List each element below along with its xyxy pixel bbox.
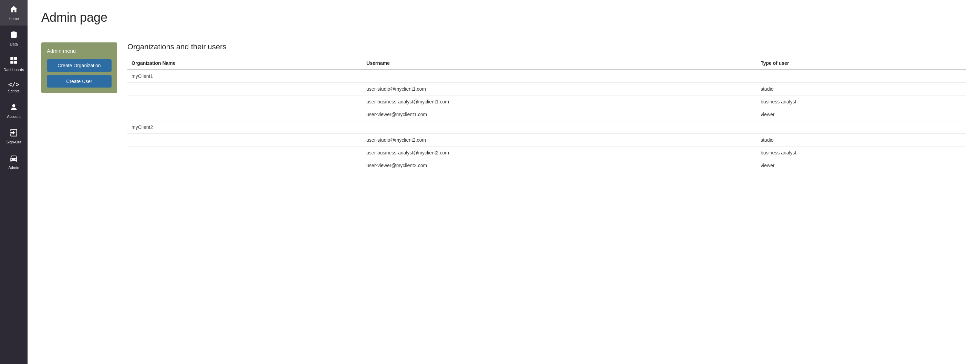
svg-rect-4 bbox=[14, 61, 17, 64]
sidebar-item-scripts-label: Scripts bbox=[8, 89, 20, 93]
admin-menu-title: Admin menu bbox=[47, 48, 111, 54]
cell-username bbox=[362, 70, 757, 83]
title-divider bbox=[41, 32, 966, 32]
cell-type: business analyst bbox=[757, 147, 966, 159]
content-area: Admin menu Create Organization Create Us… bbox=[41, 42, 966, 172]
cell-type: studio bbox=[757, 134, 966, 147]
table-header-row: Organization Name Username Type of user bbox=[127, 57, 966, 70]
cell-org-name: myClient2 bbox=[127, 121, 362, 134]
table-row: myClient1 bbox=[127, 70, 966, 83]
sidebar-item-account-label: Account bbox=[7, 115, 21, 118]
sidebar-item-home[interactable]: Home bbox=[0, 0, 27, 26]
svg-rect-1 bbox=[10, 57, 13, 60]
col-username: Username bbox=[362, 57, 757, 70]
col-type: Type of user bbox=[757, 57, 966, 70]
table-row: user-studio@myclient2.comstudio bbox=[127, 134, 966, 147]
cell-org-name bbox=[127, 134, 362, 147]
table-row: user-viewer@myclient2.comviewer bbox=[127, 159, 966, 172]
admin-icon bbox=[9, 154, 18, 164]
cell-org-name bbox=[127, 83, 362, 96]
cell-org-name bbox=[127, 96, 362, 108]
cell-username: user-studio@myclient1.com bbox=[362, 83, 757, 96]
table-row: myClient2 bbox=[127, 121, 966, 134]
account-icon bbox=[9, 103, 18, 113]
cell-username: user-studio@myclient2.com bbox=[362, 134, 757, 147]
cell-type: viewer bbox=[757, 108, 966, 121]
cell-org-name bbox=[127, 159, 362, 172]
cell-type: business analyst bbox=[757, 96, 966, 108]
admin-menu-panel: Admin menu Create Organization Create Us… bbox=[41, 42, 117, 93]
table-row: user-viewer@myclient1.comviewer bbox=[127, 108, 966, 121]
dashboards-icon bbox=[9, 56, 18, 66]
sidebar-item-data-label: Data bbox=[10, 42, 18, 46]
sidebar-item-signout-label: Sign-Out bbox=[6, 140, 21, 144]
scripts-icon: </> bbox=[8, 81, 20, 88]
sidebar-item-signout[interactable]: Sign-Out bbox=[0, 123, 27, 149]
cell-username: user-viewer@myclient1.com bbox=[362, 108, 757, 121]
table-heading: Organizations and their users bbox=[127, 42, 966, 51]
cell-username bbox=[362, 121, 757, 134]
sidebar-item-admin[interactable]: Admin bbox=[0, 149, 27, 174]
svg-point-5 bbox=[13, 104, 16, 107]
cell-org-name bbox=[127, 108, 362, 121]
cell-type: viewer bbox=[757, 159, 966, 172]
main-content: Admin page Admin menu Create Organizatio… bbox=[27, 0, 980, 364]
sidebar-item-dashboards[interactable]: Dashboards bbox=[0, 51, 27, 77]
svg-rect-2 bbox=[14, 57, 17, 60]
data-icon bbox=[9, 30, 18, 41]
sidebar: Home Data Dashboards </> Scripts Account… bbox=[0, 0, 27, 364]
sidebar-item-account[interactable]: Account bbox=[0, 98, 27, 123]
col-org-name: Organization Name bbox=[127, 57, 362, 70]
cell-username: user-viewer@myclient2.com bbox=[362, 159, 757, 172]
table-area: Organizations and their users Organizati… bbox=[127, 42, 966, 172]
table-row: user-business-analyst@myclient1.combusin… bbox=[127, 96, 966, 108]
cell-type: studio bbox=[757, 83, 966, 96]
table-body: myClient1user-studio@myclient1.comstudio… bbox=[127, 70, 966, 172]
cell-username: user-business-analyst@myclient2.com bbox=[362, 147, 757, 159]
signout-icon bbox=[9, 128, 18, 139]
svg-rect-3 bbox=[10, 61, 13, 64]
sidebar-item-home-label: Home bbox=[9, 16, 19, 21]
cell-type bbox=[757, 70, 966, 83]
cell-org-name: myClient1 bbox=[127, 70, 362, 83]
cell-username: user-business-analyst@myclient1.com bbox=[362, 96, 757, 108]
create-user-button[interactable]: Create User bbox=[47, 75, 111, 88]
sidebar-item-admin-label: Admin bbox=[8, 166, 19, 169]
table-row: user-studio@myclient1.comstudio bbox=[127, 83, 966, 96]
home-icon bbox=[9, 5, 18, 15]
create-organization-button[interactable]: Create Organization bbox=[47, 59, 111, 72]
organizations-table: Organization Name Username Type of user … bbox=[127, 57, 966, 172]
table-row: user-business-analyst@myclient2.combusin… bbox=[127, 147, 966, 159]
sidebar-item-scripts[interactable]: </> Scripts bbox=[0, 77, 27, 98]
cell-org-name bbox=[127, 147, 362, 159]
page-title: Admin page bbox=[41, 10, 966, 25]
cell-type bbox=[757, 121, 966, 134]
sidebar-item-data[interactable]: Data bbox=[0, 26, 27, 51]
sidebar-item-dashboards-label: Dashboards bbox=[3, 67, 24, 72]
